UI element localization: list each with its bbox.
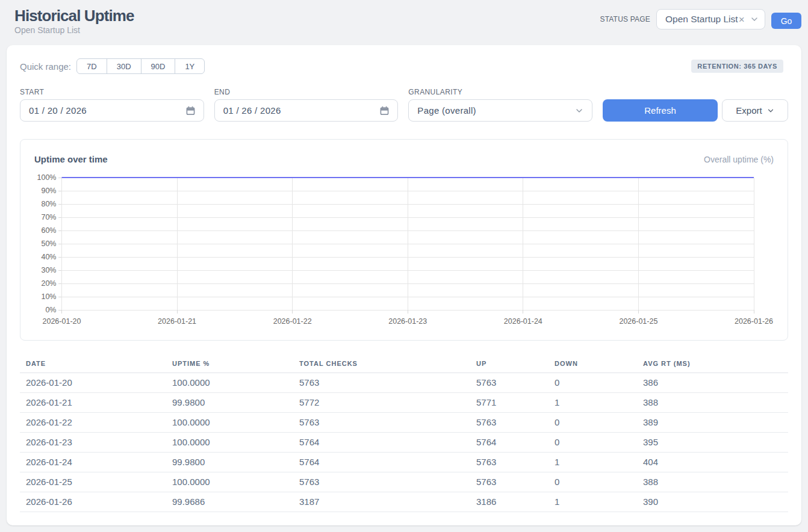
table-cell: 5764 xyxy=(470,433,549,453)
quick-range-90d[interactable]: 90D xyxy=(141,58,176,74)
table-cell: 1 xyxy=(549,453,637,472)
quick-range-label: Quick range: xyxy=(20,61,71,72)
table-cell: 5763 xyxy=(470,373,549,393)
y-axis-label: 30% xyxy=(41,266,56,274)
quick-range-1y[interactable]: 1Y xyxy=(175,58,205,74)
chevron-down-icon xyxy=(750,15,759,23)
y-axis-label: 50% xyxy=(41,240,56,248)
page-title: Historical Uptime xyxy=(14,7,134,24)
table-cell: 5763 xyxy=(470,413,549,433)
end-date-value: 01 / 26 / 2026 xyxy=(223,105,281,116)
y-axis-label: 40% xyxy=(41,253,56,261)
statuspage-select[interactable]: Open Startup List × xyxy=(656,9,765,29)
column-header: DOWN xyxy=(549,355,637,373)
granularity-field: GRANULARITY Page (overall) xyxy=(408,88,592,122)
quick-range-group: 7D30D90D1Y xyxy=(76,58,205,74)
table-cell: 2026-01-26 xyxy=(20,492,166,512)
uptime-chart-card: Uptime over time Overall uptime (%) 0%10… xyxy=(20,139,788,341)
table-cell: 5763 xyxy=(293,373,470,393)
main-card: Quick range: 7D30D90D1Y RETENTION: 365 D… xyxy=(7,45,801,525)
quick-range-7d[interactable]: 7D xyxy=(76,58,107,74)
table-row: 2026-01-2199.9800577257711388 xyxy=(20,393,788,413)
statuspage-select-value: Open Startup List xyxy=(665,14,738,25)
y-axis-label: 70% xyxy=(41,213,56,221)
topbar: Historical Uptime Open Startup List STAT… xyxy=(0,0,808,45)
column-header: UPTIME % xyxy=(166,355,293,373)
calendar-icon[interactable] xyxy=(186,106,195,116)
export-button-label: Export xyxy=(736,105,762,116)
retention-badge: RETENTION: 365 DAYS xyxy=(691,60,783,73)
uptime-line-chart[interactable]: 0%10%20%30%40%50%60%70%80%90%100%2026-01… xyxy=(20,140,787,340)
table-cell: 99.9800 xyxy=(166,393,293,413)
column-header: UP xyxy=(470,355,549,373)
table-cell: 388 xyxy=(637,472,788,492)
table-cell: 0 xyxy=(549,373,637,393)
export-button[interactable]: Export xyxy=(722,99,788,122)
column-header: TOTAL CHECKS xyxy=(293,355,470,373)
statuspage-label: STATUS PAGE xyxy=(600,15,650,23)
table-cell: 388 xyxy=(637,393,788,413)
column-header: AVG RT (MS) xyxy=(637,355,788,373)
y-axis-label: 90% xyxy=(41,187,56,195)
x-axis-label: 2026-01-22 xyxy=(273,317,312,326)
go-button[interactable]: Go xyxy=(771,13,801,29)
x-axis-label: 2026-01-20 xyxy=(43,317,81,326)
x-axis-label: 2026-01-21 xyxy=(158,317,196,326)
refresh-button[interactable]: Refresh xyxy=(603,99,718,122)
table-body: 2026-01-20100.00005763576303862026-01-21… xyxy=(20,373,788,512)
quick-range-row: Quick range: 7D30D90D1Y RETENTION: 365 D… xyxy=(20,58,788,74)
table-cell: 2026-01-20 xyxy=(20,373,166,393)
table-row: 2026-01-20100.0000576357630386 xyxy=(20,373,788,393)
filters-row: START 01 / 20 / 2026 END 01 / 26 / 2026 … xyxy=(20,88,788,122)
end-label: END xyxy=(214,88,399,96)
statuspage-controls: STATUS PAGE Open Startup List × Go xyxy=(600,9,801,29)
y-axis-label: 60% xyxy=(41,226,56,235)
uptime-table: DATEUPTIME %TOTAL CHECKSUPDOWNAVG RT (MS… xyxy=(20,355,788,512)
y-axis-label: 10% xyxy=(41,292,56,301)
table-cell: 5763 xyxy=(293,472,470,492)
table-cell: 5763 xyxy=(293,413,470,433)
end-field: END 01 / 26 / 2026 xyxy=(214,88,399,122)
table-cell: 5771 xyxy=(470,393,549,413)
table-cell: 5763 xyxy=(470,472,549,492)
table-cell: 386 xyxy=(637,373,788,393)
granularity-label: GRANULARITY xyxy=(408,88,592,96)
calendar-icon[interactable] xyxy=(380,106,389,116)
quick-range-30d[interactable]: 30D xyxy=(107,58,141,74)
table-cell: 100.0000 xyxy=(166,433,293,453)
y-axis-label: 0% xyxy=(45,306,56,314)
y-axis-label: 20% xyxy=(41,279,56,288)
granularity-select[interactable]: Page (overall) xyxy=(408,99,592,122)
page-subtitle: Open Startup List xyxy=(14,26,134,35)
chevron-down-icon xyxy=(575,107,583,115)
table-cell: 100.0000 xyxy=(166,472,293,492)
table-cell: 0 xyxy=(549,413,637,433)
table-cell: 5764 xyxy=(293,453,470,472)
table-cell: 2026-01-24 xyxy=(20,453,166,472)
table-cell: 2026-01-23 xyxy=(20,433,166,453)
granularity-value: Page (overall) xyxy=(417,105,476,116)
actions-group: Refresh Export xyxy=(603,99,788,122)
x-axis-label: 2026-01-26 xyxy=(735,317,773,326)
column-header: DATE xyxy=(20,355,166,373)
chevron-down-icon xyxy=(767,107,774,114)
table-row: 2026-01-2499.9800576457631404 xyxy=(20,453,788,472)
start-date-value: 01 / 20 / 2026 xyxy=(29,105,87,116)
table-cell: 1 xyxy=(549,492,637,512)
table-row: 2026-01-2699.9686318731861390 xyxy=(20,492,788,512)
table-cell: 3186 xyxy=(470,492,549,512)
table-cell: 0 xyxy=(549,472,637,492)
table-cell: 389 xyxy=(637,413,788,433)
end-date-input[interactable]: 01 / 26 / 2026 xyxy=(214,99,399,122)
start-date-input[interactable]: 01 / 20 / 2026 xyxy=(20,99,204,122)
table-cell: 0 xyxy=(549,433,637,453)
y-axis-label: 100% xyxy=(37,173,57,182)
table-cell: 5764 xyxy=(293,433,470,453)
table-row: 2026-01-23100.0000576457640395 xyxy=(20,433,788,453)
table-cell: 5763 xyxy=(470,453,549,472)
clear-selection-icon[interactable]: × xyxy=(739,14,745,25)
x-axis-label: 2026-01-23 xyxy=(388,317,427,326)
table-cell: 99.9686 xyxy=(166,492,293,512)
start-field: START 01 / 20 / 2026 xyxy=(20,88,204,122)
table-cell: 395 xyxy=(637,433,788,453)
